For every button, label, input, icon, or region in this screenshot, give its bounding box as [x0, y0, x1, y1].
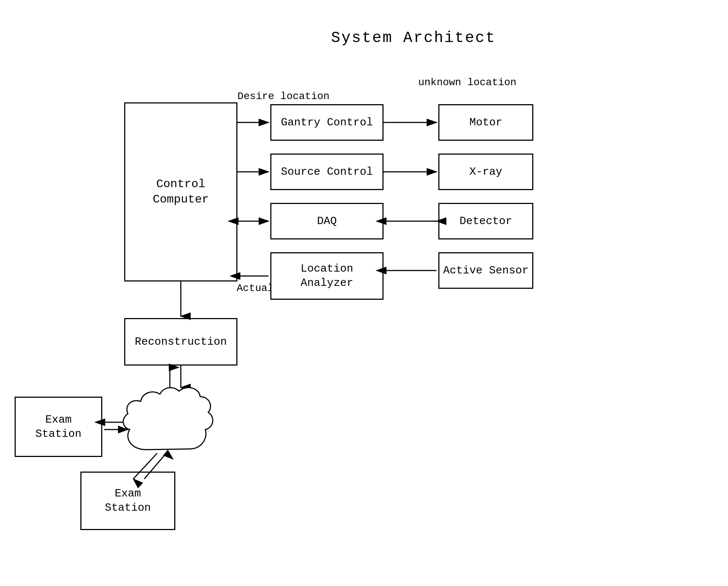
- diagram-container: System Architect Desire location Actual …: [0, 0, 728, 586]
- page-title: System Architect: [331, 29, 496, 47]
- motor-box: Motor: [438, 104, 533, 141]
- exam-station-1-box: Exam Station: [15, 397, 102, 457]
- location-analyzer-box: Location Analyzer: [270, 252, 384, 300]
- xray-box: X-ray: [438, 154, 533, 190]
- exam-station-2-box: Exam Station: [80, 472, 175, 530]
- detector-box: Detector: [438, 203, 533, 239]
- control-computer-box: Control Computer: [124, 102, 237, 281]
- reconstruction-box: Reconstruction: [124, 318, 237, 366]
- daq-box: DAQ: [270, 203, 384, 239]
- unknown-location-label: unknown location: [418, 77, 517, 88]
- active-sensor-box: Active Sensor: [438, 252, 533, 289]
- gantry-control-box: Gantry Control: [270, 104, 384, 141]
- source-control-box: Source Control: [270, 154, 384, 190]
- desire-location-label: Desire location: [237, 91, 329, 102]
